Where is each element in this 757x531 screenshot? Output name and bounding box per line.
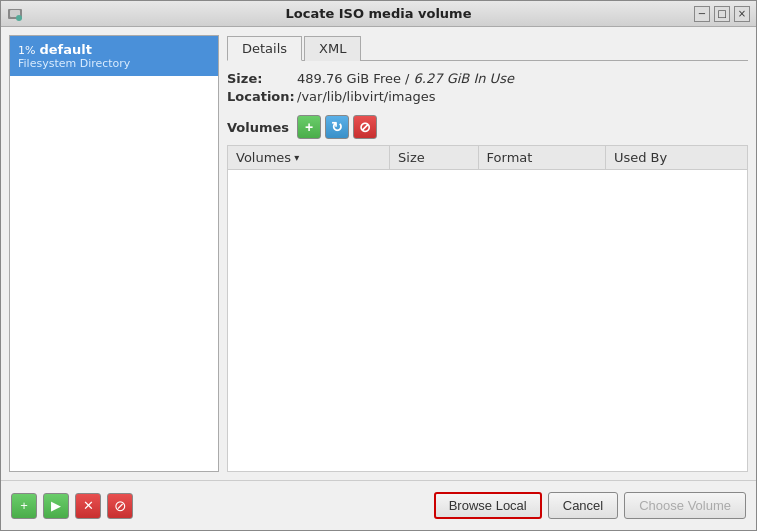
browse-local-button[interactable]: Browse Local (434, 492, 542, 519)
refresh-volumes-button[interactable]: ↻ (325, 115, 349, 139)
add-pool-button[interactable]: + (11, 493, 37, 519)
pool-item-default[interactable]: 1% default Filesystem Directory (10, 36, 218, 76)
stop-pool-button[interactable]: ✕ (75, 493, 101, 519)
location-value: /var/lib/libvirt/images (297, 89, 436, 104)
window-title: Locate ISO media volume (286, 6, 472, 21)
tab-details[interactable]: Details (227, 36, 302, 61)
maximize-button[interactable]: □ (714, 6, 730, 22)
col-volumes-label: Volumes (236, 150, 291, 165)
titlebar: Locate ISO media volume − □ × (1, 1, 756, 27)
svg-point-2 (16, 15, 22, 21)
table-header-row: Volumes ▾ Size Format Used By (228, 146, 747, 170)
titlebar-left (7, 6, 23, 22)
bottom-right-buttons: Browse Local Cancel Choose Volume (434, 492, 746, 519)
delete-volume-button[interactable]: ⊘ (353, 115, 377, 139)
bottom-left-buttons: + ▶ ✕ ⊘ (11, 493, 133, 519)
location-row: Location: /var/lib/libvirt/images (227, 89, 748, 104)
main-window: Locate ISO media volume − □ × 1% default… (0, 0, 757, 531)
app-icon (7, 6, 23, 22)
pool-percent: 1% (18, 44, 35, 57)
col-size: Size (390, 146, 479, 170)
pool-name: default (39, 42, 91, 57)
volumes-label: Volumes (227, 120, 289, 135)
tab-bar: Details XML (227, 35, 748, 61)
chevron-down-icon: ▾ (294, 152, 299, 163)
titlebar-controls: − □ × (694, 6, 750, 22)
volumes-toolbar: Volumes + ↻ ⊘ (227, 115, 748, 139)
size-free: 489.76 GiB Free / (297, 71, 409, 86)
volumes-table: Volumes ▾ Size Format Used By (228, 146, 747, 170)
add-volume-button[interactable]: + (297, 115, 321, 139)
minimize-button[interactable]: − (694, 6, 710, 22)
pool-type: Filesystem Directory (18, 57, 210, 70)
close-button[interactable]: × (734, 6, 750, 22)
cancel-button[interactable]: Cancel (548, 492, 618, 519)
size-label: Size: (227, 71, 297, 86)
right-panel: Details XML Size: 489.76 GiB Free / 6.27… (227, 35, 748, 472)
volumes-table-container: Volumes ▾ Size Format Used By (227, 145, 748, 472)
choose-volume-button[interactable]: Choose Volume (624, 492, 746, 519)
size-value: 489.76 GiB Free / 6.27 GiB In Use (297, 71, 514, 86)
content-area: 1% default Filesystem Directory Details … (1, 27, 756, 480)
delete-pool-button[interactable]: ⊘ (107, 493, 133, 519)
col-used-by: Used By (605, 146, 747, 170)
size-row: Size: 489.76 GiB Free / 6.27 GiB In Use (227, 71, 748, 86)
location-label: Location: (227, 89, 297, 104)
bottom-bar: + ▶ ✕ ⊘ Browse Local Cancel Choose Volum… (1, 480, 756, 530)
col-format: Format (478, 146, 605, 170)
col-volumes: Volumes ▾ (228, 146, 390, 170)
start-pool-button[interactable]: ▶ (43, 493, 69, 519)
details-section: Size: 489.76 GiB Free / 6.27 GiB In Use … (227, 69, 748, 115)
size-in-use: 6.27 GiB In Use (409, 71, 513, 86)
tab-xml[interactable]: XML (304, 36, 361, 61)
storage-pool-list: 1% default Filesystem Directory (9, 35, 219, 472)
